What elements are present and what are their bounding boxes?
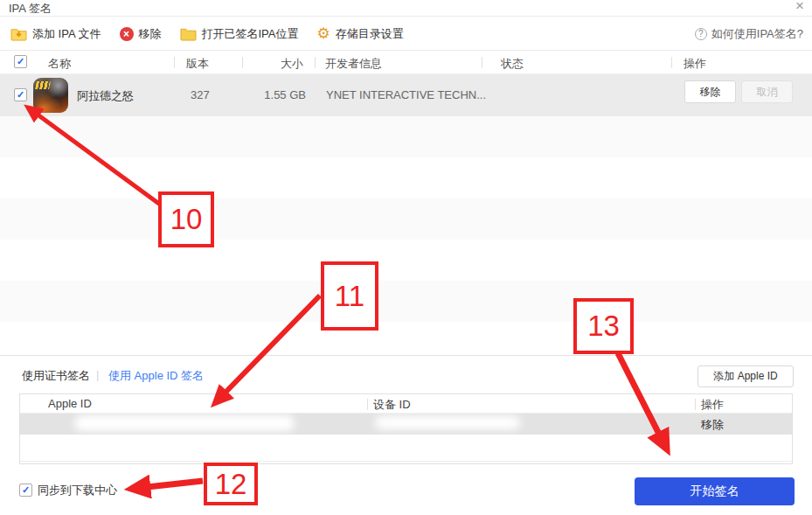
tab-divider: | [96, 368, 99, 381]
open-signed-location-button[interactable]: 打开已签名IPA位置 [180, 26, 299, 42]
row-checkbox[interactable]: ✓ [14, 88, 27, 101]
remove-button[interactable]: × 移除 [120, 26, 162, 42]
close-icon[interactable]: × [795, 0, 804, 14]
app-developer: YNET INTERACTIVE TECHN... [326, 88, 486, 101]
help-link[interactable]: ? 如何使用IPA签名? [695, 17, 803, 51]
redacted-device-id [375, 416, 520, 429]
ipa-table-header: ✓ 名称 版本 大小 开发者信息 状态 操作 [0, 51, 812, 74]
redacted-apple-id [74, 415, 295, 431]
col-header-device-id: 设备 ID [373, 397, 411, 413]
column-divider [671, 57, 672, 68]
column-divider [315, 57, 316, 68]
col-header-version: 版本 [186, 56, 209, 72]
tab-sign-with-apple-id[interactable]: 使用 Apple ID 签名 [108, 368, 204, 384]
col-header-size: 大小 [242, 56, 303, 72]
select-all-checkbox[interactable]: ✓ [14, 55, 27, 68]
row-remove-button[interactable]: 移除 [684, 80, 736, 103]
arrow-to-sync-checkbox [131, 481, 203, 489]
start-signing-button[interactable]: 开始签名 [635, 477, 795, 505]
col-header-developer: 开发者信息 [325, 56, 382, 72]
column-divider [482, 57, 482, 68]
column-divider [695, 399, 696, 410]
window-titlebar: IPA 签名 × [0, 0, 812, 17]
section-divider [0, 355, 812, 356]
window-title: IPA 签名 [9, 1, 52, 17]
sync-download-label: 同步到下载中心 [38, 483, 117, 498]
app-icon [33, 78, 68, 113]
col-header-name: 名称 [48, 56, 71, 72]
toolbar: 添加 IPA 文件 × 移除 打开已签名IPA位置 ⚙ 存储目录设置 ? 如何使… [0, 17, 812, 51]
annotation-step-12: 12 [204, 463, 258, 505]
add-apple-id-button[interactable]: 添加 Apple ID [697, 365, 794, 387]
sync-download-checkbox[interactable]: ✓ [19, 484, 32, 497]
add-ipa-file-button[interactable]: 添加 IPA 文件 [10, 26, 101, 42]
column-divider [367, 399, 368, 410]
ipa-table-row[interactable]: ✓ 阿拉德之怒 327 1.55 GB YNET INTERACTIVE TEC… [0, 74, 812, 116]
app-name: 阿拉德之怒 [77, 88, 134, 104]
gear-icon: ⚙ [317, 26, 330, 41]
open-signed-location-label: 打开已签名IPA位置 [202, 26, 299, 42]
app-version: 327 [191, 88, 210, 101]
storage-settings-button[interactable]: ⚙ 存储目录设置 [317, 26, 404, 42]
empty-rows-area [0, 116, 812, 355]
apple-id-table: Apple ID 设备 ID 操作 移除 [19, 393, 793, 464]
remove-x-icon: × [120, 27, 134, 41]
col-header-action: 操作 [684, 56, 706, 72]
column-divider [174, 57, 175, 68]
apple-id-remove-link[interactable]: 移除 [701, 417, 724, 433]
add-ipa-icon [10, 26, 27, 41]
add-ipa-label: 添加 IPA 文件 [32, 26, 101, 42]
help-label: 如何使用IPA签名? [711, 26, 803, 42]
apple-id-row[interactable]: 移除 [20, 414, 792, 435]
tab-sign-with-certificate[interactable]: 使用证书签名 [22, 368, 90, 384]
folder-icon [180, 26, 197, 41]
col-header-action: 操作 [701, 397, 724, 413]
col-header-apple-id: Apple ID [48, 397, 92, 410]
row-cancel-button: 取消 [741, 80, 793, 103]
app-size: 1.55 GB [245, 88, 306, 101]
help-icon: ? [695, 28, 707, 40]
storage-settings-label: 存储目录设置 [336, 26, 404, 42]
col-header-status: 状态 [501, 56, 524, 72]
apple-id-table-header: Apple ID 设备 ID 操作 [20, 394, 792, 414]
apple-id-empty-row [20, 435, 792, 462]
remove-label: 移除 [139, 26, 162, 42]
